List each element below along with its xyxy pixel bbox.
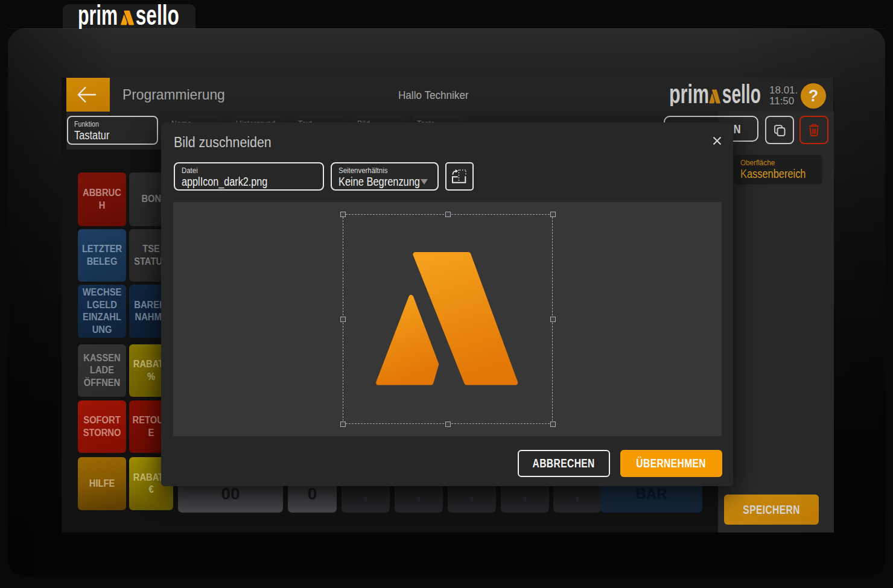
svg-text:prim: prim: [78, 4, 118, 29]
svg-text:prim: prim: [669, 82, 709, 106]
svg-text:sello: sello: [722, 82, 761, 106]
svg-text:sello: sello: [136, 4, 179, 29]
